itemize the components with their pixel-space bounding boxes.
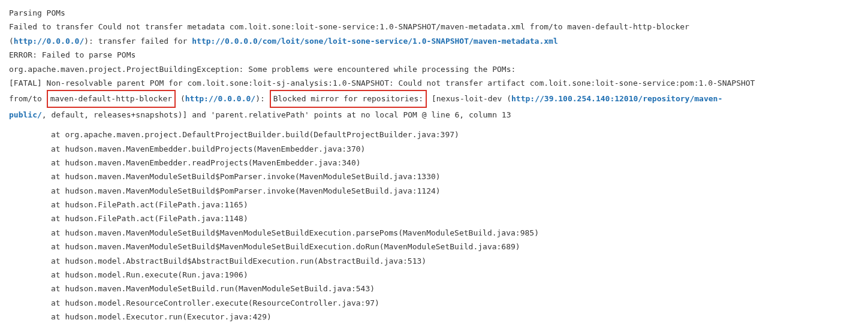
url-link[interactable]: http://0.0.0.0/ bbox=[185, 94, 255, 103]
paren-open: ( bbox=[9, 37, 14, 46]
stack-trace-line: at hudson.FilePath.act(FilePath.java:114… bbox=[9, 212, 859, 225]
url-link[interactable]: http://39.100.254.140:12010/repository/m… bbox=[511, 94, 722, 103]
stack-trace-line: at hudson.model.Executor.run(Executor.ja… bbox=[9, 310, 859, 324]
stack-trace-line: at hudson.maven.MavenModuleSetBuild$Mave… bbox=[9, 226, 859, 240]
stack-trace: at org.apache.maven.project.DefaultProje… bbox=[9, 128, 859, 324]
stack-trace-line: at hudson.maven.MavenModuleSetBuild$PomP… bbox=[9, 184, 859, 198]
stack-trace-line: at hudson.model.Run.execute(Run.java:190… bbox=[9, 268, 859, 282]
log-line: from/to maven-default-http-blocker (http… bbox=[9, 90, 859, 107]
log-text: [nexus-loit-dev ( bbox=[427, 94, 511, 103]
stack-trace-line: at hudson.model.ResourceController.execu… bbox=[9, 296, 859, 310]
highlight-box-blocked-mirror: Blocked mirror for repositories: bbox=[270, 90, 427, 107]
stack-trace-line: at org.apache.maven.project.DefaultProje… bbox=[9, 128, 859, 141]
log-line: ERROR: Failed to parse POMs bbox=[9, 48, 859, 62]
log-text: ): bbox=[255, 94, 269, 103]
highlight-box-blocker: maven-default-http-blocker bbox=[47, 90, 176, 107]
log-line: org.apache.maven.project.ProjectBuilding… bbox=[9, 62, 859, 76]
url-link[interactable]: public/ bbox=[9, 110, 42, 119]
log-text: from/to bbox=[9, 94, 47, 103]
log-line: Parsing POMs bbox=[9, 6, 859, 20]
log-text: , default, releases+snapshots)] and 'par… bbox=[42, 110, 511, 119]
stack-trace-line: at hudson.maven.MavenModuleSetBuild.run(… bbox=[9, 282, 859, 295]
url-link[interactable]: http://0.0.0.0/com/loit/sone/loit-sone-s… bbox=[192, 37, 557, 46]
log-line: Failed to transfer Could not transfer me… bbox=[9, 20, 859, 34]
stack-trace-line: at hudson.maven.MavenEmbedder.readProjec… bbox=[9, 156, 859, 170]
stack-trace-line: at hudson.maven.MavenModuleSetBuild$PomP… bbox=[9, 170, 859, 183]
log-line: [FATAL] Non-resolvable parent POM for co… bbox=[9, 76, 859, 90]
url-link[interactable]: http://0.0.0.0/ bbox=[14, 37, 84, 46]
stack-trace-line: at hudson.model.AbstractBuild$AbstractBu… bbox=[9, 254, 859, 268]
stack-trace-line: at hudson.maven.MavenEmbedder.buildProje… bbox=[9, 142, 859, 156]
log-line: public/, default, releases+snapshots)] a… bbox=[9, 108, 859, 122]
log-text: ): transfer failed for bbox=[84, 37, 192, 46]
log-line: (http://0.0.0.0/): transfer failed for h… bbox=[9, 34, 859, 48]
log-text: ( bbox=[176, 94, 185, 103]
stack-trace-line: at hudson.maven.MavenModuleSetBuild$Mave… bbox=[9, 240, 859, 253]
stack-trace-line: at hudson.FilePath.act(FilePath.java:116… bbox=[9, 198, 859, 212]
